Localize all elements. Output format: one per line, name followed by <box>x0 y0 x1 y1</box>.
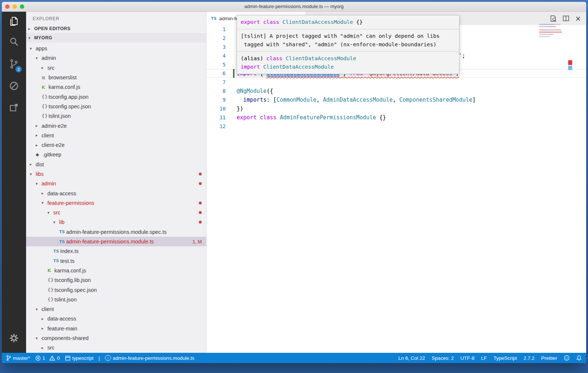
code-line-12[interactable]: 12 <box>207 122 586 131</box>
tree-item-label: client-e2e <box>42 142 65 148</box>
code-token: {} <box>376 114 386 121</box>
tree-item-label: test.ts <box>60 258 75 264</box>
notifications-bell-icon[interactable] <box>576 355 582 361</box>
minimize-window-button[interactable] <box>12 4 17 9</box>
code-line-8[interactable]: 8@NgModule({ <box>207 87 586 95</box>
modified-dot-badge <box>199 202 202 204</box>
task-icon <box>65 355 71 361</box>
tree-file-tsconfig.spec.json[interactable]: {}tsconfig.spec.json <box>26 102 206 111</box>
editor-actions: × <box>550 12 586 25</box>
code-line-10[interactable]: 10}) <box>207 104 586 113</box>
branch-name: master* <box>13 355 30 361</box>
problems-item[interactable]: 1 0 <box>35 355 60 361</box>
minimap-line <box>539 24 560 25</box>
tree-file-karma.conf.js[interactable]: Kkarma.conf.js <box>26 82 206 92</box>
eol-setting[interactable]: LF <box>481 355 487 361</box>
tree-folder-admin-e2e[interactable]: ▸admin-e2e <box>26 121 206 130</box>
tree-file-.gitkeep[interactable]: ◆.gitkeep <box>26 150 206 159</box>
tree-item-label: admin <box>42 55 56 61</box>
indentation-setting[interactable]: Spaces: 2 <box>432 355 454 361</box>
tree-folder-src[interactable]: ▸src <box>26 343 206 352</box>
tree-folder-lib[interactable]: ▾lib <box>26 217 206 227</box>
code-token: import <box>241 64 260 70</box>
tree-item-label: tslint.json <box>54 297 76 303</box>
tree-folder-client[interactable]: ▸client <box>26 131 206 140</box>
tree-folder-src[interactable]: ▸src <box>26 63 206 73</box>
code-line-7[interactable]: 7 <box>207 78 586 87</box>
git-branch-item[interactable]: master* <box>6 355 30 361</box>
tree-file-admin-feature-permissions.module.ts[interactable]: TSadmin-feature-permissions.module.ts1, … <box>26 237 206 246</box>
chevron-right-icon: ▸ <box>30 162 36 167</box>
minimap[interactable] <box>539 24 563 38</box>
close-window-button[interactable] <box>5 4 10 9</box>
karma-file-icon: K <box>47 268 54 273</box>
code-line-9[interactable]: 9 imports: [CommonModule, AdminDataAcces… <box>207 95 586 104</box>
tree-folder-data-access[interactable]: ▸data-access <box>26 188 206 198</box>
tree-file-tsconfig.lib.json[interactable]: {}tsconfig.lib.json <box>26 275 206 285</box>
file-status-item[interactable]: admin-feature-permissions.module.ts <box>105 355 194 361</box>
tree-folder-libs[interactable]: ▾libs <box>26 169 206 179</box>
language-mode[interactable]: TypeScript <box>494 355 517 361</box>
line-number: 12 <box>207 122 226 131</box>
modified-dot-badge <box>199 182 202 185</box>
json-file-icon: {} <box>42 94 49 99</box>
tree-folder-data-access[interactable]: ▸data-access <box>26 314 206 323</box>
tree-file-tslint.json[interactable]: {}tslint.json <box>26 295 206 304</box>
chevron-down-icon: ▾ <box>30 46 36 51</box>
tree-folder-components-shared[interactable]: ▾components-shared <box>26 333 206 343</box>
task-status-item[interactable]: typescript <box>65 355 94 361</box>
feedback-smiley-icon[interactable] <box>564 355 570 361</box>
tree-file-tslint.json[interactable]: {}tslint.json <box>26 111 206 121</box>
window-controls <box>5 4 24 9</box>
extensions-icon[interactable] <box>2 97 26 119</box>
tree-item-label: dist <box>36 162 44 167</box>
open-changes-icon[interactable] <box>550 15 557 22</box>
tree-item-label: src <box>53 210 60 216</box>
code-line-content: }) <box>237 104 243 113</box>
code-line-content: export class AdminFeaturePermissionsModu… <box>237 113 386 122</box>
tree-folder-feature-main[interactable]: ▸feature-main <box>26 324 206 333</box>
workspace-root-section[interactable]: ▾ MYORG <box>26 33 206 43</box>
json-file-icon: {} <box>42 104 49 109</box>
search-icon[interactable] <box>2 31 26 53</box>
tree-file-browserslist[interactable]: ≡browserslist <box>26 73 206 82</box>
code-token: ClientDataAccessModule <box>283 19 353 25</box>
tree-folder-feature-permissions[interactable]: ▾feature-permissions <box>26 198 206 208</box>
zoom-window-button[interactable] <box>20 4 24 9</box>
git-added-gutter-bar <box>233 69 234 78</box>
tree-folder-admin[interactable]: ▾admin <box>26 179 206 188</box>
minimap-line <box>539 36 550 37</box>
tree-folder-apps[interactable]: ▾apps <box>26 44 206 53</box>
code-line-content: imports: [CommonModule, AdminDataAccessM… <box>237 95 476 104</box>
tree-file-tsconfig.spec.json[interactable]: {}tsconfig.spec.json <box>26 285 206 294</box>
cursor-position[interactable]: Ln 6, Col 22 <box>398 355 425 361</box>
formatter-label[interactable]: Prettier <box>541 355 557 361</box>
tree-folder-dist[interactable]: ▸dist <box>26 160 206 169</box>
modified-dot-badge <box>199 211 202 214</box>
explorer-icon[interactable] <box>2 12 26 31</box>
tree-file-tsconfig.app.json[interactable]: {}tsconfig.app.json <box>26 92 206 101</box>
ts-file-icon: TS <box>53 258 60 263</box>
tree-file-test.ts[interactable]: TStest.ts <box>26 256 206 266</box>
tree-folder-client-e2e[interactable]: ▸client-e2e <box>26 140 206 150</box>
tree-folder-src[interactable]: ▾src <box>26 208 206 217</box>
source-control-icon[interactable]: 3 <box>2 53 26 75</box>
tree-file-index.ts[interactable]: TSindex.ts <box>26 246 206 256</box>
settings-gear-icon[interactable] <box>2 327 26 349</box>
tree-file-admin-feature-permissions.module.spec.ts[interactable]: TSadmin-feature-permissions.module.spec.… <box>26 227 206 237</box>
debug-icon[interactable] <box>2 75 26 97</box>
encoding-setting[interactable]: UTF-8 <box>460 355 474 361</box>
close-editor-icon[interactable]: × <box>575 15 581 22</box>
line-number: 2 <box>207 34 226 43</box>
tree-item-label: admin-e2e <box>42 123 67 129</box>
tree-item-label: tsconfig.app.json <box>49 94 89 100</box>
split-editor-icon[interactable] <box>563 15 569 22</box>
tree-file-karma.conf.js[interactable]: Kkarma.conf.js <box>26 266 206 275</box>
tree-folder-client[interactable]: ▾client <box>26 304 206 314</box>
code-token: imports <box>243 97 266 103</box>
open-editors-section[interactable]: ▸ OPEN EDITORS <box>26 24 206 33</box>
tree-folder-admin[interactable]: ▾admin <box>26 53 206 63</box>
tree-item-label: karma.conf.js <box>49 84 80 90</box>
typescript-version[interactable]: 2.7.2 <box>523 355 534 361</box>
code-line-11[interactable]: 11export class AdminFeaturePermissionsMo… <box>207 113 586 122</box>
